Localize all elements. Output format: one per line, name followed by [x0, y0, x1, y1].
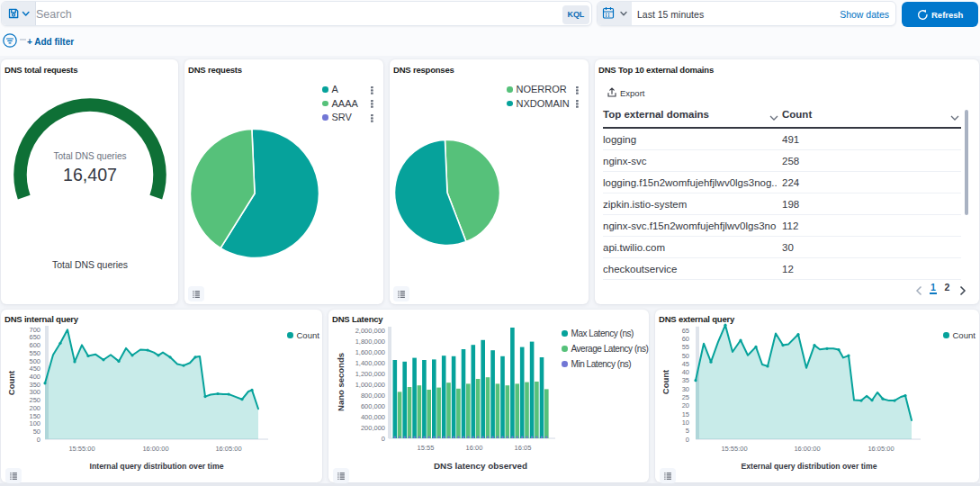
svg-text:1,200,000: 1,200,000 [355, 370, 385, 378]
svg-text:25: 25 [682, 393, 689, 401]
svg-text:400,000: 400,000 [361, 413, 385, 421]
svg-text:300: 300 [29, 388, 40, 396]
svg-text:55: 55 [682, 343, 689, 351]
svg-text:250: 250 [29, 396, 40, 404]
svg-text:400: 400 [29, 373, 40, 381]
svg-text:16:05: 16:05 [515, 444, 532, 452]
svg-text:50: 50 [682, 352, 689, 360]
svg-text:200: 200 [29, 404, 40, 412]
svg-text:16,407: 16,407 [63, 165, 117, 184]
svg-text:15:55:00: 15:55:00 [68, 445, 94, 453]
svg-text:350: 350 [29, 381, 40, 389]
svg-text:650: 650 [29, 333, 40, 341]
svg-text:10: 10 [682, 418, 689, 427]
svg-text:35: 35 [682, 376, 689, 384]
svg-text:15:55: 15:55 [418, 444, 435, 452]
svg-text:45: 45 [682, 360, 689, 368]
svg-text:15:55:00: 15:55:00 [721, 445, 747, 453]
svg-text:700: 700 [29, 326, 40, 334]
svg-text:External query distribution ov: External query distribution over time [742, 461, 877, 471]
svg-text:30: 30 [682, 385, 689, 393]
svg-text:16:00: 16:00 [466, 444, 483, 452]
svg-text:600,000: 600,000 [361, 402, 385, 410]
svg-text:500: 500 [29, 357, 40, 365]
svg-text:1,400,000: 1,400,000 [355, 359, 385, 367]
svg-text:0: 0 [686, 436, 689, 444]
svg-text:1,600,000: 1,600,000 [355, 348, 385, 356]
svg-text:65: 65 [682, 327, 689, 335]
svg-text:DNS latency observed: DNS latency observed [434, 461, 527, 471]
svg-text:20: 20 [682, 401, 689, 410]
svg-text:150: 150 [29, 412, 40, 420]
svg-text:16:05:00: 16:05:00 [868, 445, 894, 453]
svg-text:5: 5 [686, 427, 689, 435]
svg-text:Total DNS queries: Total DNS queries [54, 150, 127, 161]
svg-text:40: 40 [682, 368, 689, 376]
svg-text:60: 60 [682, 335, 689, 343]
svg-text:16:05:00: 16:05:00 [215, 445, 241, 453]
svg-text:0: 0 [382, 435, 385, 443]
svg-text:15: 15 [682, 410, 689, 418]
svg-text:16:00:00: 16:00:00 [142, 445, 168, 453]
svg-text:Internal query distribution ov: Internal query distribution over time [90, 461, 224, 471]
svg-text:Total DNS queries: Total DNS queries [52, 259, 128, 270]
svg-text:1,000,000: 1,000,000 [355, 381, 385, 389]
svg-text:0: 0 [37, 436, 40, 444]
svg-text:200,000: 200,000 [361, 424, 385, 432]
svg-text:100: 100 [29, 419, 40, 428]
svg-text:50: 50 [33, 428, 40, 436]
svg-text:800,000: 800,000 [361, 392, 385, 400]
svg-text:16:00:00: 16:00:00 [794, 445, 820, 453]
svg-text:600: 600 [29, 341, 40, 349]
svg-text:1,800,000: 1,800,000 [355, 338, 385, 346]
svg-text:450: 450 [29, 364, 40, 373]
svg-text:2,000,000: 2,000,000 [355, 327, 385, 335]
svg-text:550: 550 [29, 349, 40, 357]
